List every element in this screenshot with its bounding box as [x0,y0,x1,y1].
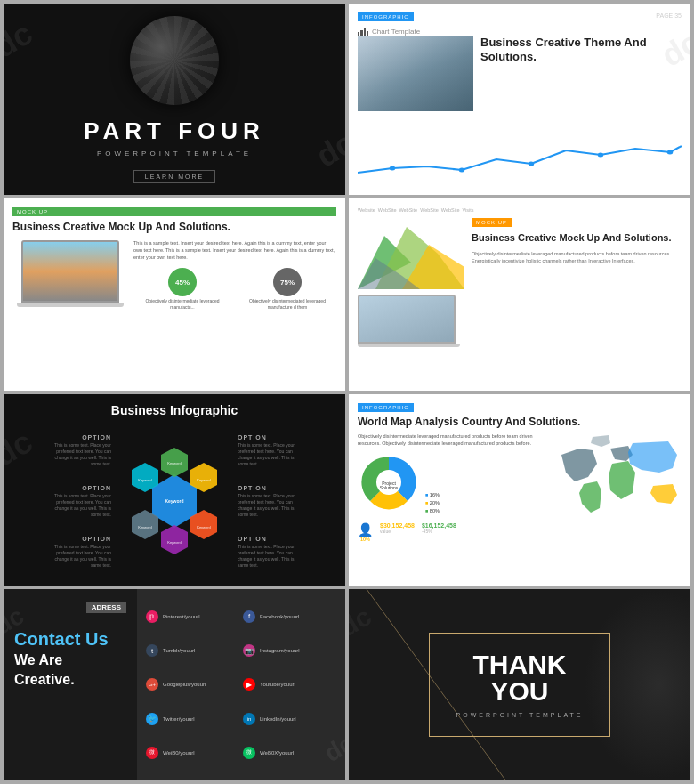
line-chart [358,133,682,186]
opt-label-5: OPTION [238,485,267,491]
laptop-screen [21,240,119,303]
weibo-text: WeiB0/youurl [163,750,195,756]
slide-title: Business Creative Theme And Solutions. [480,36,682,63]
bottom-stats: 👤 10% $30,152,458 value $16,152,458 -45% [358,522,550,542]
opt-text-6: This is some text. Place your preferred … [238,544,300,569]
option-2: OPTION This is some text. Place your pre… [49,485,111,518]
opt-text-5: This is some text. Place your preferred … [238,493,300,518]
contact-instagram: 📷 Instagram/youurl [243,635,336,666]
pinterest-text: Pinterest/youurl [163,614,200,619]
mountain-chart-svg [358,218,464,289]
map-column [557,432,682,577]
stat-text-2: Objectively disintermediated leveraged m… [238,298,336,310]
slide-title: Business Creative Mock Up And Solutions. [472,231,682,244]
tumblr-icon: t [146,644,158,657]
googleplus-text: Googleplus/youurl [163,682,206,687]
website-tag-4: WebSite [420,207,439,213]
slide-thank-you: dc THANK YOU POWERPOINT TEMPLATE [349,589,690,780]
contact-wechat: 微 WeB0X/youurl [243,738,336,768]
linkedin-icon: in [243,713,255,725]
weibo-icon: 微 [146,747,158,759]
mock-badge: MOCK UP [12,207,336,216]
linkedin-text: LinkedIn/youurl [260,716,296,722]
stat-box-1: 45% Objectively disintermediate leverage… [133,268,231,310]
svg-point-4 [667,150,674,155]
youtube-icon: ▶ [243,678,255,691]
website-tag-3: WebSite [399,207,417,213]
slide-contact: dc dc ADRESS Contact Us We Are Creative.… [4,589,345,780]
wechat-text: WeB0X/youurl [260,750,294,756]
contact-tumblr: t Tumblr/youurl [146,635,239,666]
learn-more-button[interactable]: Learn More [133,170,215,183]
infographic-badge-2: INFOGRAPHIC [358,403,414,412]
pinterest-icon: 𝕡 [146,610,158,623]
contact-pinterest: 𝕡 Pinterest/youurl [146,602,239,632]
chart-template-label: Chart Template [358,27,682,36]
stat-money-2: $16,152,458 -45% [422,522,456,542]
instagram-text: Instagram/youurl [260,648,300,653]
address-label: ADRESS [86,602,126,613]
contact-facebook: f Facebook/youurl [243,602,336,632]
slide-part-four: dc dc PART FOUR POWERPOINT TEMPLATE Lear… [4,4,345,195]
website-tag-5: WebSite [441,207,460,213]
opt-label-3: OPTION [82,536,111,542]
option-1: OPTION This is some text. Place your pre… [49,434,111,467]
opt-text-2: This is some text. Place your preferred … [49,493,111,518]
svg-text:Keyword: Keyword [138,525,152,529]
googleplus-icon: G+ [146,678,158,691]
svg-text:Solutions: Solutions [380,485,399,490]
photo-column [358,36,473,133]
powerpoint-label: POWERPOINT TEMPLATE [456,712,584,718]
options-left: OPTION This is some text. Place your pre… [49,434,111,569]
chart-icon [358,27,368,36]
right-column: This is a sample text. Insert your desir… [133,240,336,381]
pie-stat-16: ■ 16% [425,492,440,497]
tumblr-text: Tumblr/youurl [163,648,195,653]
svg-text:Keyword: Keyword [165,498,183,504]
svg-text:Keyword: Keyword [197,525,211,529]
facebook-icon: f [243,610,255,623]
stat-text-1: Objectively disintermediate leveraged ma… [133,298,231,310]
content-area: Objectively disintermediate leveraged ma… [358,432,682,577]
opt-text-1: This is some text. Place your preferred … [49,442,111,467]
svg-point-2 [529,162,535,166]
left-column: Objectively disintermediate leveraged ma… [358,432,550,577]
pie-stat-80: ■ 80% [425,508,440,513]
we-are-text: We Are [14,652,126,668]
opt-label-4: OPTION [238,434,267,440]
opt-label-1: OPTION [82,434,111,440]
slide-infographic: dc Business Infographic OPTION This is s… [4,394,345,586]
content-area: Business Creative Theme And Solutions. [358,36,682,133]
world-map-svg [557,432,686,530]
text-column: Business Creative Theme And Solutions. [480,36,682,133]
slide-chart-template: dc INFOGRAPHIC PAGE 35 Chart Template Bu… [349,4,690,195]
slide-main-title: PART FOUR [84,117,265,145]
building-photo [358,36,473,111]
slide-title: World Map Analysis Country And Solutions… [358,416,682,430]
slide-title: Business Infographic [111,403,238,417]
stat-money-1: $30,152,458 value [380,522,415,542]
slide-subtitle: POWERPOINT TEMPLATE [97,150,252,158]
svg-point-3 [598,153,604,158]
slide-mockup-2: Website WebSite WebSite WebSite WebSite … [349,198,690,390]
slide-mockup-1: MOCK UP Business Creative Mock Up And So… [4,198,345,390]
infographic-badge: INFOGRAPHIC [358,12,414,21]
hexagon-cluster: Keyword Keyword Keyword Keyword Keyword … [117,443,232,559]
website-tag-2: WebSite [378,207,397,213]
laptop-mockup [12,240,128,381]
address-label-container: ADRESS [14,602,126,618]
laptop-base [17,303,124,307]
svg-text:Keyword: Keyword [138,478,152,482]
opt-text-3: This is some text. Place your preferred … [49,544,111,569]
mountain-chart-area [358,218,464,381]
slide-grid: dc dc PART FOUR POWERPOINT TEMPLATE Lear… [0,0,694,784]
option-5: OPTION This is some text. Place your pre… [238,485,300,518]
option-6: OPTION This is some text. Place your pre… [238,536,300,569]
website-visits: Visits [463,207,474,213]
laptop-base-2 [358,344,460,347]
option-4: OPTION This is some text. Place your pre… [238,434,300,467]
contact-linkedin: in LinkedIn/youurl [243,704,336,734]
pie-stat-20: ■ 20% [425,500,440,505]
contact-right-panel: 𝕡 Pinterest/youurl f Facebook/youurl t T… [137,589,345,780]
contact-weibo: 微 WeiB0/youurl [146,738,239,768]
